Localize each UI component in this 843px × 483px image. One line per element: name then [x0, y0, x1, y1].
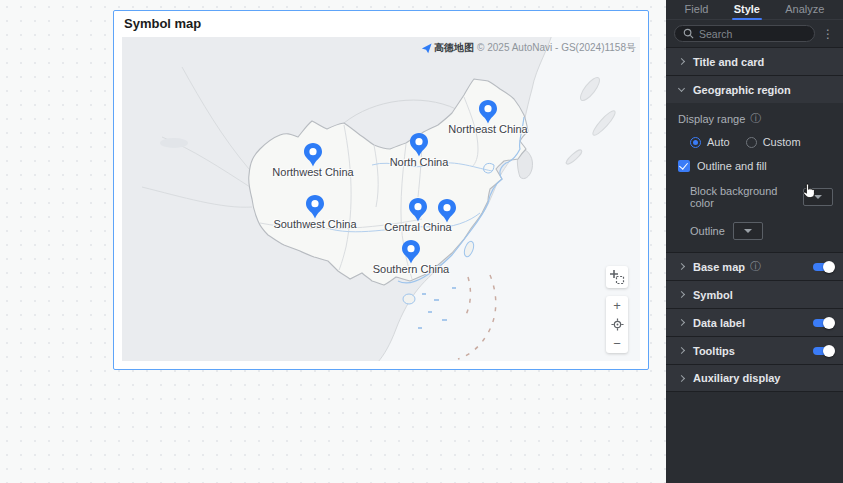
- card-title: Symbol map: [114, 11, 648, 37]
- outline-dropdown[interactable]: [733, 222, 763, 240]
- dashboard-canvas[interactable]: Symbol map: [0, 0, 666, 483]
- pin-label: Southwest China: [273, 218, 356, 230]
- info-icon[interactable]: ⓘ: [750, 259, 761, 274]
- box-zoom-button[interactable]: [606, 266, 628, 288]
- pin-label: Southern China: [373, 263, 449, 275]
- outline-and-fill-label: Outline and fill: [697, 160, 767, 172]
- radio-auto[interactable]: [690, 137, 701, 148]
- symbol-map-card[interactable]: Symbol map: [113, 10, 649, 370]
- china-basemap: [122, 37, 640, 361]
- style-panel: Field Style Analyze ⋮ Title and card Geo…: [666, 0, 843, 483]
- base-map-toggle[interactable]: [813, 263, 833, 271]
- chevron-right-icon: [678, 347, 685, 354]
- locate-icon: [611, 318, 624, 331]
- chevron-down-icon: [678, 86, 685, 93]
- radio-auto-label[interactable]: Auto: [707, 136, 730, 148]
- section-label: Geographic region: [693, 84, 791, 96]
- pin-icon: [304, 194, 326, 220]
- map-copyright: © 2025 AutoNavi - GS(2024)1158号: [477, 41, 636, 55]
- chevron-right-icon: [678, 291, 685, 298]
- amap-plane-icon: [421, 43, 432, 54]
- radio-custom-label[interactable]: Custom: [763, 136, 801, 148]
- info-icon[interactable]: ⓘ: [750, 111, 761, 126]
- radio-custom[interactable]: [746, 137, 757, 148]
- caret-down-icon: [814, 195, 822, 199]
- section-label: Title and card: [693, 56, 764, 68]
- search-input[interactable]: [699, 28, 806, 40]
- data-label-toggle[interactable]: [813, 319, 833, 327]
- block-background-color-label: Block background color: [690, 185, 803, 209]
- pin-label: North China: [390, 156, 449, 168]
- pin-icon: [407, 197, 429, 223]
- block-background-color-dropdown[interactable]: [803, 188, 833, 206]
- panel-tabs: Field Style Analyze: [666, 0, 843, 20]
- section-label: Data label: [693, 317, 745, 329]
- section-base-map[interactable]: Base map ⓘ: [666, 252, 843, 280]
- tab-style[interactable]: Style: [734, 0, 760, 20]
- amap-logo-text: 高德地图: [434, 41, 474, 55]
- chevron-right-icon: [678, 375, 685, 382]
- section-label: Base map: [693, 261, 745, 273]
- section-auxiliary-display[interactable]: Auxiliary display: [666, 364, 843, 392]
- tab-field[interactable]: Field: [685, 0, 709, 20]
- section-data-label[interactable]: Data label: [666, 308, 843, 336]
- pin-icon: [436, 198, 458, 224]
- zoom-in-button[interactable]: +: [606, 296, 628, 315]
- geographic-region-body: Display range ⓘ Auto Custom Outline and …: [666, 103, 843, 252]
- zoom-out-button[interactable]: −: [606, 334, 628, 353]
- map-zoom-controls[interactable]: + −: [606, 296, 628, 353]
- section-label: Tooltips: [693, 345, 735, 357]
- tab-analyze[interactable]: Analyze: [785, 0, 824, 20]
- section-title-and-card[interactable]: Title and card: [666, 47, 843, 75]
- box-zoom-icon: [609, 269, 625, 285]
- pin-icon: [408, 132, 430, 158]
- map-attribution: 高德地图 © 2025 AutoNavi - GS(2024)1158号: [421, 41, 636, 55]
- amap-logo: 高德地图: [421, 41, 474, 55]
- locate-button[interactable]: [606, 315, 628, 334]
- outline-and-fill-checkbox[interactable]: [678, 160, 690, 172]
- chevron-right-icon: [678, 263, 685, 270]
- map-viewport[interactable]: 高德地图 © 2025 AutoNavi - GS(2024)1158号 Nor…: [122, 37, 640, 361]
- outline-label: Outline: [690, 225, 725, 237]
- pin-icon: [477, 99, 499, 125]
- pin-icon: [400, 239, 422, 265]
- section-label: Auxiliary display: [693, 372, 780, 384]
- pin-icon: [302, 142, 324, 168]
- pin-label: Northwest China: [272, 166, 353, 178]
- pin-label: Northeast China: [448, 123, 528, 135]
- kebab-menu-icon[interactable]: ⋮: [819, 27, 837, 41]
- section-symbol[interactable]: Symbol: [666, 280, 843, 308]
- section-label: Symbol: [693, 289, 733, 301]
- search-icon: [683, 28, 694, 39]
- caret-down-icon: [744, 229, 752, 233]
- section-geographic-region[interactable]: Geographic region: [666, 75, 843, 103]
- display-range-label: Display range: [678, 113, 745, 125]
- chevron-right-icon: [678, 58, 685, 65]
- tooltips-toggle[interactable]: [813, 347, 833, 355]
- section-tooltips[interactable]: Tooltips: [666, 336, 843, 364]
- chevron-right-icon: [678, 319, 685, 326]
- search-row: ⋮: [666, 20, 843, 47]
- search-box[interactable]: [674, 25, 815, 42]
